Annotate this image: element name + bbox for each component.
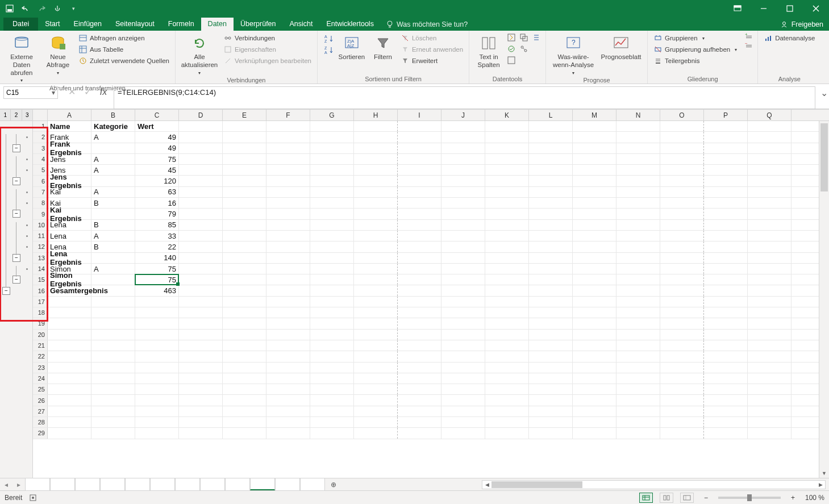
cell-D24[interactable] [179, 373, 223, 384]
consolidate-icon[interactable] [532, 33, 541, 42]
cell-D12[interactable] [179, 241, 223, 252]
cell-K27[interactable] [485, 406, 529, 416]
cell-J28[interactable] [441, 417, 485, 427]
cell-G13[interactable] [310, 253, 354, 263]
cell-F7[interactable] [266, 187, 310, 197]
cell-A15[interactable]: Simon Ergebnis [48, 274, 91, 285]
row-header-1[interactable]: 1 [33, 121, 48, 131]
cell-P7[interactable] [704, 187, 748, 197]
cell-B22[interactable] [91, 351, 135, 361]
column-header-B[interactable]: B [91, 110, 135, 120]
cell-M26[interactable] [573, 395, 616, 405]
column-header-C[interactable]: C [135, 110, 179, 120]
cell-B29[interactable] [91, 428, 135, 438]
cell-K7[interactable] [485, 187, 529, 197]
cell-D7[interactable] [179, 187, 223, 197]
cell-D21[interactable] [179, 340, 223, 351]
cell-D26[interactable] [179, 395, 223, 405]
tab-view[interactable]: Ansicht [283, 18, 320, 31]
cell-G10[interactable] [310, 220, 354, 230]
cell-F5[interactable] [266, 165, 310, 175]
sheet-tab-10[interactable] [250, 478, 275, 490]
row-header-13[interactable]: 13 [33, 253, 48, 263]
cell-J29[interactable] [441, 428, 485, 438]
cell-K29[interactable] [485, 428, 529, 438]
cell-Q4[interactable] [748, 154, 791, 164]
cell-P28[interactable] [704, 417, 748, 427]
cell-Q27[interactable] [748, 406, 791, 416]
cell-F11[interactable] [266, 231, 310, 241]
cell-E14[interactable] [223, 264, 266, 274]
cell-A13[interactable]: Lena Ergebnis [48, 253, 91, 263]
scroll-left-icon[interactable]: ◀ [482, 482, 491, 488]
cell-K10[interactable] [485, 220, 529, 230]
cell-J21[interactable] [441, 340, 485, 351]
from-table-button[interactable]: Aus Tabelle [77, 44, 170, 55]
cell-M1[interactable] [573, 121, 616, 131]
cell-H22[interactable] [354, 351, 398, 361]
column-header-E[interactable]: E [223, 110, 266, 120]
cell-M4[interactable] [573, 154, 616, 164]
relationships-icon[interactable] [519, 44, 528, 53]
undo-icon[interactable] [20, 3, 31, 14]
tab-pagelayout[interactable]: Seitenlayout [109, 18, 161, 31]
cell-M24[interactable] [573, 373, 616, 384]
cell-E21[interactable] [223, 340, 266, 351]
cell-F19[interactable] [266, 318, 310, 328]
row-header-5[interactable]: 5 [33, 165, 48, 175]
formula-bar[interactable]: =TEILERGEBNIS(9;C14:C14) [114, 86, 815, 109]
cell-F8[interactable] [266, 198, 310, 208]
manage-data-model-icon[interactable] [507, 56, 516, 65]
cell-J12[interactable] [441, 241, 485, 252]
cell-L10[interactable] [529, 220, 573, 230]
row-header-27[interactable]: 27 [33, 406, 48, 416]
show-queries-button[interactable]: Abfragen anzeigen [77, 33, 170, 43]
macro-record-icon[interactable] [29, 494, 37, 502]
cell-E5[interactable] [223, 165, 266, 175]
cell-Q3[interactable] [748, 143, 791, 153]
cell-G4[interactable] [310, 154, 354, 164]
cell-A11[interactable]: Lena [48, 231, 91, 241]
cell-J1[interactable] [441, 121, 485, 131]
cell-M20[interactable] [573, 330, 616, 340]
cell-G12[interactable] [310, 241, 354, 252]
outline-level-3[interactable]: 3 [22, 110, 32, 120]
cell-J11[interactable] [441, 231, 485, 241]
cell-O12[interactable] [660, 241, 704, 252]
cell-J25[interactable] [441, 384, 485, 394]
cell-H10[interactable] [354, 220, 398, 230]
row-header-16[interactable]: 16 [33, 285, 48, 295]
cell-A16[interactable]: Gesamtergebnis [48, 285, 91, 295]
cell-I14[interactable] [398, 264, 441, 274]
cell-K5[interactable] [485, 165, 529, 175]
share-button[interactable]: Freigeben [774, 18, 829, 31]
cell-J2[interactable] [441, 132, 485, 142]
clear-filter-button[interactable]: Löschen [399, 33, 464, 43]
cell-F2[interactable] [266, 132, 310, 142]
cell-I24[interactable] [398, 373, 441, 384]
cancel-formula-icon[interactable]: ✕ [67, 86, 76, 97]
remove-duplicates-icon[interactable] [519, 33, 528, 42]
column-header-M[interactable]: M [573, 110, 616, 120]
cell-I22[interactable] [398, 351, 441, 361]
cell-K22[interactable] [485, 351, 529, 361]
cell-H7[interactable] [354, 187, 398, 197]
cell-N25[interactable] [616, 384, 660, 394]
cell-D27[interactable] [179, 406, 223, 416]
cell-H16[interactable] [354, 285, 398, 295]
cell-A17[interactable] [48, 297, 91, 307]
cell-C25[interactable] [135, 384, 179, 394]
row-header-12[interactable]: 12 [33, 241, 48, 252]
cell-N2[interactable] [616, 132, 660, 142]
cell-C27[interactable] [135, 406, 179, 416]
cell-E27[interactable] [223, 406, 266, 416]
cell-B27[interactable] [91, 406, 135, 416]
cell-H3[interactable] [354, 143, 398, 153]
cell-I27[interactable] [398, 406, 441, 416]
cell-C15[interactable]: 75 [135, 274, 179, 285]
cell-A6[interactable]: Jens Ergebnis [48, 176, 91, 186]
cell-B18[interactable] [91, 307, 135, 318]
advanced-filter-button[interactable]: Erweitert [399, 56, 464, 66]
cell-H26[interactable] [354, 395, 398, 405]
cell-B16[interactable] [91, 285, 135, 295]
